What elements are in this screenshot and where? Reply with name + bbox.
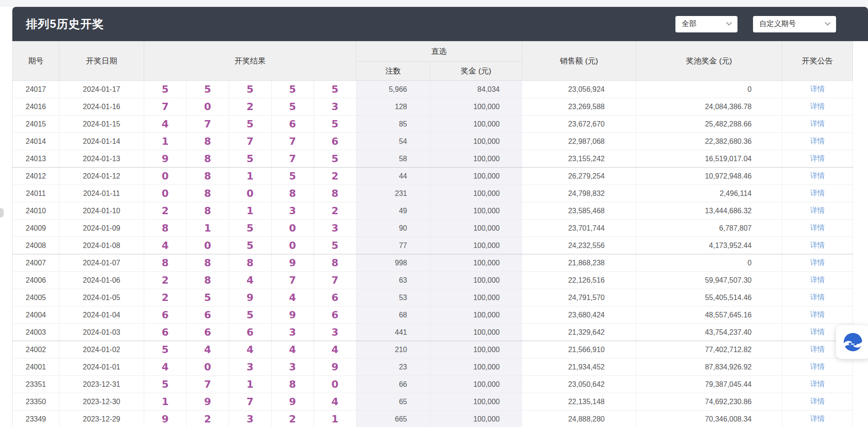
jackpot-cell: 70,346,008.34 bbox=[636, 411, 782, 427]
period-cell: 24013 bbox=[13, 150, 59, 168]
notice-cell: 详情 bbox=[782, 393, 853, 411]
result-digit: 3 bbox=[272, 358, 314, 376]
detail-link[interactable]: 详情 bbox=[810, 224, 825, 232]
notice-cell: 详情 bbox=[782, 411, 853, 427]
notice-cell: 详情 bbox=[782, 254, 853, 272]
result-digit: 4 bbox=[187, 341, 229, 358]
period-cell: 24008 bbox=[13, 237, 59, 254]
result-digit: 2 bbox=[187, 411, 229, 427]
result-digit: 5 bbox=[314, 81, 356, 98]
result-digit: 6 bbox=[272, 116, 314, 133]
bets-cell: 68 bbox=[356, 306, 430, 324]
result-digit: 9 bbox=[272, 254, 314, 272]
result-digit: 3 bbox=[314, 98, 356, 116]
jackpot-cell: 10,972,948.46 bbox=[636, 168, 782, 185]
detail-link[interactable]: 详情 bbox=[810, 311, 825, 318]
result-digit: 4 bbox=[314, 393, 356, 411]
result-digit: 6 bbox=[314, 306, 356, 324]
sales-cell: 24,798,832 bbox=[522, 185, 636, 202]
notice-cell: 详情 bbox=[782, 358, 853, 376]
period-cell: 23350 bbox=[13, 393, 59, 411]
result-digit: 9 bbox=[187, 393, 229, 411]
bets-cell: 66 bbox=[356, 376, 430, 393]
table-row: 24005 2024-01-05 2 5 9 4 6 53 100,000 24… bbox=[13, 289, 853, 306]
period-cell: 24009 bbox=[13, 220, 59, 237]
result-digit: 1 bbox=[314, 411, 356, 427]
detail-link[interactable]: 详情 bbox=[810, 415, 825, 422]
date-cell: 2024-01-13 bbox=[59, 150, 144, 168]
table-row: 24013 2024-01-13 9 8 5 7 5 58 100,000 23… bbox=[13, 150, 853, 168]
detail-link[interactable]: 详情 bbox=[810, 328, 825, 336]
result-digit: 3 bbox=[314, 324, 356, 341]
table-row: 24002 2024-01-02 5 4 4 4 4 210 100,000 2… bbox=[13, 341, 853, 358]
jackpot-cell: 25,482,288.66 bbox=[636, 116, 782, 133]
result-digit: 9 bbox=[144, 411, 187, 427]
detail-link[interactable]: 详情 bbox=[810, 137, 825, 145]
sales-cell: 22,987,068 bbox=[522, 133, 636, 150]
detail-link[interactable]: 详情 bbox=[810, 241, 825, 249]
prize-cell: 100,000 bbox=[430, 376, 522, 393]
sales-cell: 24,232,556 bbox=[522, 237, 636, 254]
detail-link[interactable]: 详情 bbox=[810, 206, 825, 214]
notice-cell: 详情 bbox=[782, 98, 853, 116]
bets-cell: 210 bbox=[356, 341, 430, 358]
detail-link[interactable]: 详情 bbox=[810, 172, 825, 179]
detail-link[interactable]: 详情 bbox=[810, 154, 825, 162]
result-digit: 7 bbox=[187, 376, 229, 393]
sales-cell: 23,680,424 bbox=[522, 306, 636, 324]
detail-link[interactable]: 详情 bbox=[810, 120, 825, 127]
prize-cell: 100,000 bbox=[430, 272, 522, 289]
result-digit: 8 bbox=[144, 220, 187, 237]
bets-cell: 23 bbox=[356, 358, 430, 376]
detail-link[interactable]: 详情 bbox=[810, 276, 825, 284]
table-row: 24006 2024-01-06 2 8 4 7 7 63 100,000 22… bbox=[13, 272, 853, 289]
sales-cell: 26,279,254 bbox=[522, 168, 636, 185]
col-header-result: 开奖结果 bbox=[144, 42, 356, 81]
result-digit: 1 bbox=[229, 168, 272, 185]
collapse-handle[interactable] bbox=[0, 208, 4, 217]
col-header-period: 期号 bbox=[13, 42, 59, 81]
sales-cell: 21,868,238 bbox=[522, 254, 636, 272]
result-digit: 4 bbox=[314, 341, 356, 358]
detail-link[interactable]: 详情 bbox=[810, 189, 825, 197]
bets-cell: 49 bbox=[356, 202, 430, 220]
filter-all-select[interactable]: 全部 bbox=[675, 16, 737, 32]
detail-link[interactable]: 详情 bbox=[810, 293, 825, 301]
table-row: 24011 2024-01-11 0 8 0 8 8 231 100,000 2… bbox=[13, 185, 853, 202]
date-cell: 2023-12-30 bbox=[59, 393, 144, 411]
detail-link[interactable]: 详情 bbox=[810, 397, 825, 405]
table-row: 24015 2024-01-15 4 7 5 6 5 85 100,000 23… bbox=[13, 116, 853, 133]
jackpot-cell: 79,387,045.44 bbox=[636, 376, 782, 393]
date-cell: 2024-01-09 bbox=[59, 220, 144, 237]
period-cell: 24011 bbox=[13, 185, 59, 202]
detail-link[interactable]: 详情 bbox=[810, 380, 825, 388]
result-digit: 3 bbox=[272, 202, 314, 220]
detail-link[interactable]: 详情 bbox=[810, 102, 825, 110]
period-cell: 24002 bbox=[13, 341, 59, 358]
floating-widget-button[interactable] bbox=[836, 325, 868, 359]
table-row: 24007 2024-01-07 8 8 8 9 8 998 100,000 2… bbox=[13, 254, 853, 272]
result-digit: 0 bbox=[314, 376, 356, 393]
detail-link[interactable]: 详情 bbox=[810, 85, 825, 93]
bets-cell: 77 bbox=[356, 237, 430, 254]
date-cell: 2024-01-11 bbox=[59, 185, 144, 202]
detail-link[interactable]: 详情 bbox=[810, 345, 825, 353]
result-digit: 9 bbox=[314, 358, 356, 376]
result-digit: 2 bbox=[144, 202, 187, 220]
result-digit: 7 bbox=[272, 272, 314, 289]
result-digit: 5 bbox=[144, 341, 187, 358]
detail-link[interactable]: 详情 bbox=[810, 258, 825, 266]
table-row: 24016 2024-01-16 7 0 2 5 3 128 100,000 2… bbox=[13, 98, 853, 116]
result-digit: 6 bbox=[187, 324, 229, 341]
result-digit: 0 bbox=[144, 168, 187, 185]
result-digit: 8 bbox=[229, 254, 272, 272]
history-table: 期号 开奖日期 开奖结果 直选 销售额 (元) 奖池奖金 (元) 开奖公告 注数… bbox=[12, 41, 853, 427]
result-digit: 5 bbox=[229, 81, 272, 98]
detail-link[interactable]: 详情 bbox=[810, 363, 825, 370]
notice-cell: 详情 bbox=[782, 81, 853, 98]
date-cell: 2024-01-06 bbox=[59, 272, 144, 289]
sales-cell: 24,888,280 bbox=[522, 411, 636, 427]
date-cell: 2024-01-07 bbox=[59, 254, 144, 272]
notice-cell: 详情 bbox=[782, 168, 853, 185]
filter-custom-period-select[interactable]: 自定义期号 bbox=[753, 16, 836, 32]
